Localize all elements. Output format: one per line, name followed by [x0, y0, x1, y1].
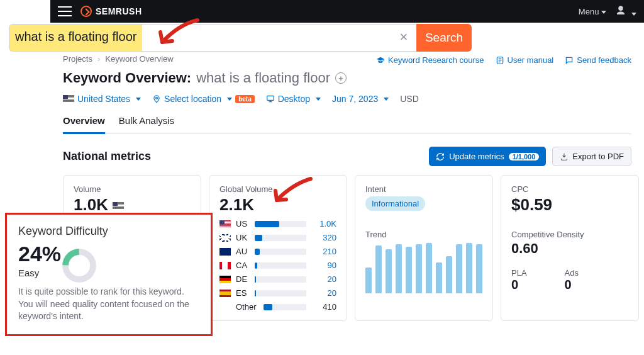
- trend-bar: [416, 244, 422, 293]
- search-input[interactable]: [9, 24, 416, 52]
- flag-us-icon: [63, 95, 74, 103]
- filter-device[interactable]: Desktop: [266, 94, 321, 104]
- app-topbar: SEMRUSH Menu: [50, 0, 644, 23]
- svg-rect-2: [267, 96, 274, 100]
- global-volume-other: Other410: [219, 302, 336, 312]
- kd-label: Keyword Difficulty: [18, 225, 199, 238]
- trend-bar: [456, 244, 462, 293]
- chevron-down-icon: [316, 98, 321, 101]
- card-global-volume: Global Volume 2.1K US1.0KUK320AU210CA90D…: [209, 175, 347, 321]
- export-pdf-button[interactable]: Export to PDF: [552, 147, 631, 166]
- volume-value: 1.0K: [74, 195, 108, 214]
- link-feedback[interactable]: Send feedback: [565, 55, 631, 65]
- global-volume-row: CA90: [219, 261, 336, 270]
- trend-bar: [446, 256, 452, 293]
- pla-label: PLA: [511, 268, 527, 278]
- tab-overview[interactable]: Overview: [63, 115, 105, 134]
- card-cpc-cd: CPC $0.59 Competitive Density 0.60 PLA0 …: [501, 175, 639, 321]
- chevron-down-icon: [601, 11, 606, 14]
- trend-bar: [375, 245, 382, 293]
- breadcrumb-projects[interactable]: Projects: [63, 54, 92, 64]
- clear-icon[interactable]: ×: [396, 30, 411, 45]
- refresh-icon: [436, 152, 445, 161]
- trend-bar: [386, 249, 392, 293]
- global-volume-value: 2.1K: [219, 195, 336, 215]
- cpc-value: $0.59: [511, 195, 628, 215]
- menu-dropdown[interactable]: Menu: [579, 7, 607, 16]
- kd-level: Easy: [18, 268, 199, 278]
- flag-us-icon: [219, 220, 231, 228]
- card-keyword-difficulty: Keyword Difficulty 24% Easy It is quite …: [5, 213, 213, 336]
- link-course[interactable]: Keyword Research course: [376, 55, 484, 65]
- brand-logo[interactable]: SEMRUSH: [80, 6, 142, 17]
- beta-badge: beta: [235, 95, 255, 103]
- chevron-down-icon: [227, 98, 232, 101]
- desktop-icon: [266, 94, 275, 103]
- volume-value[interactable]: 20: [311, 274, 336, 284]
- trend-bar: [426, 243, 432, 293]
- other-label: Other: [236, 302, 258, 312]
- export-icon: [560, 152, 569, 161]
- cpc-label: CPC: [511, 184, 628, 194]
- add-keyword-icon[interactable]: +: [335, 72, 347, 84]
- flag-de-icon: [219, 276, 231, 283]
- trend-bar: [476, 244, 482, 293]
- global-volume-row: DE20: [219, 274, 336, 284]
- chevron-down-icon: [136, 98, 141, 101]
- filter-bar: United States Select locationbeta Deskto…: [63, 94, 631, 104]
- kd-value: 24%: [18, 242, 199, 266]
- link-manual[interactable]: User manual: [496, 55, 554, 65]
- page-title: Keyword Overview: what is a floating flo…: [63, 70, 631, 86]
- filter-country[interactable]: United States: [63, 94, 141, 104]
- ads-value: 0: [565, 278, 579, 292]
- section-title: National metrics: [63, 150, 151, 163]
- filter-date[interactable]: Jun 7, 2023: [332, 94, 389, 104]
- kd-description: It is quite possible to rank for this ke…: [18, 286, 199, 323]
- trend-bar: [396, 244, 402, 293]
- volume-value[interactable]: 210: [311, 247, 336, 256]
- ads-label: Ads: [565, 268, 579, 278]
- search-bar: what is a floating floor × Search: [9, 24, 472, 52]
- country-code: ES: [236, 288, 250, 298]
- intent-label: Intent: [365, 184, 482, 194]
- update-metrics-button[interactable]: Update metrics 1/1,000: [429, 147, 546, 166]
- volume-value: 410: [311, 302, 336, 312]
- volume-bar: [255, 290, 306, 296]
- trend-chart: [365, 243, 482, 293]
- volume-bar: [255, 276, 306, 283]
- tab-bulk[interactable]: Bulk Analysis: [119, 115, 174, 133]
- filter-location[interactable]: Select locationbeta: [152, 94, 255, 104]
- flag-uk-icon: [219, 234, 231, 242]
- filter-currency: USD: [400, 94, 419, 104]
- user-icon[interactable]: [615, 5, 636, 18]
- flag-ca-icon: [219, 262, 231, 269]
- flag-au-icon: [219, 248, 231, 256]
- intent-value: Informational: [365, 196, 425, 211]
- title-keyword: what is a floating floor: [196, 70, 330, 86]
- card-intent-trend: Intent Informational Trend: [355, 175, 493, 321]
- flag-es-icon: [219, 290, 231, 297]
- volume-bar: [264, 304, 306, 310]
- pin-icon: [152, 94, 161, 103]
- global-volume-row: ES20: [219, 288, 336, 298]
- trend-bar: [365, 268, 372, 293]
- volume-value[interactable]: 320: [311, 233, 336, 242]
- volume-bar: [255, 221, 306, 227]
- volume-bar: [255, 235, 306, 241]
- trend-bar: [406, 247, 412, 293]
- country-code: DE: [236, 274, 250, 284]
- global-volume-row: UK320: [219, 233, 336, 242]
- update-count-badge: 1/1,000: [509, 153, 540, 161]
- global-volume-label: Global Volume: [219, 184, 336, 194]
- trend-bar: [466, 243, 472, 293]
- search-button[interactable]: Search: [416, 24, 472, 52]
- country-code: CA: [236, 261, 250, 270]
- volume-value[interactable]: 90: [311, 261, 336, 270]
- flag-us-icon: [113, 202, 124, 210]
- volume-value[interactable]: 1.0K: [311, 219, 336, 228]
- kd-donut-icon: [61, 247, 97, 284]
- volume-bar: [255, 262, 306, 269]
- hamburger-icon[interactable]: [58, 6, 72, 16]
- breadcrumb-page: Keyword Overview: [105, 54, 173, 64]
- volume-value[interactable]: 20: [311, 288, 336, 298]
